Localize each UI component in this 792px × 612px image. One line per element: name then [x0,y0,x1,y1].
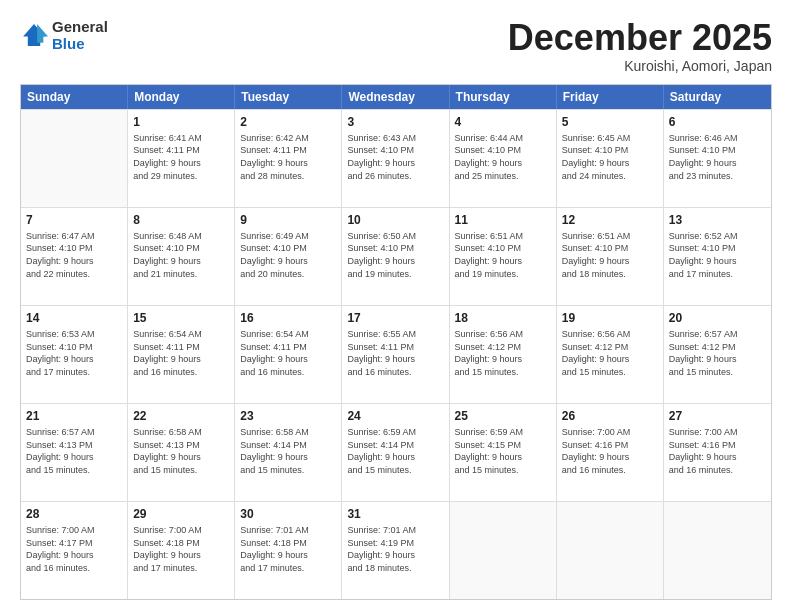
day-number: 14 [26,310,122,326]
day-info: Sunrise: 6:56 AMSunset: 4:12 PMDaylight:… [562,328,658,378]
calendar-week-2: 7Sunrise: 6:47 AMSunset: 4:10 PMDaylight… [21,207,771,305]
day-info: Sunrise: 6:52 AMSunset: 4:10 PMDaylight:… [669,230,766,280]
weekday-header-friday: Friday [557,85,664,109]
day-info: Sunrise: 7:00 AMSunset: 4:18 PMDaylight:… [133,524,229,574]
calendar-week-3: 14Sunrise: 6:53 AMSunset: 4:10 PMDayligh… [21,305,771,403]
calendar-cell [557,502,664,599]
calendar-cell: 9Sunrise: 6:49 AMSunset: 4:10 PMDaylight… [235,208,342,305]
day-info: Sunrise: 7:01 AMSunset: 4:18 PMDaylight:… [240,524,336,574]
calendar-cell: 17Sunrise: 6:55 AMSunset: 4:11 PMDayligh… [342,306,449,403]
weekday-header-sunday: Sunday [21,85,128,109]
calendar-cell: 1Sunrise: 6:41 AMSunset: 4:11 PMDaylight… [128,110,235,207]
day-number: 9 [240,212,336,228]
day-number: 11 [455,212,551,228]
calendar-header: SundayMondayTuesdayWednesdayThursdayFrid… [21,85,771,109]
day-number: 4 [455,114,551,130]
calendar-cell: 26Sunrise: 7:00 AMSunset: 4:16 PMDayligh… [557,404,664,501]
day-info: Sunrise: 6:54 AMSunset: 4:11 PMDaylight:… [240,328,336,378]
calendar-week-4: 21Sunrise: 6:57 AMSunset: 4:13 PMDayligh… [21,403,771,501]
day-info: Sunrise: 6:44 AMSunset: 4:10 PMDaylight:… [455,132,551,182]
calendar-cell: 10Sunrise: 6:50 AMSunset: 4:10 PMDayligh… [342,208,449,305]
day-info: Sunrise: 6:55 AMSunset: 4:11 PMDaylight:… [347,328,443,378]
logo-general: General [52,18,108,35]
location-subtitle: Kuroishi, Aomori, Japan [508,58,772,74]
calendar-cell: 2Sunrise: 6:42 AMSunset: 4:11 PMDaylight… [235,110,342,207]
weekday-header-saturday: Saturday [664,85,771,109]
calendar-cell: 8Sunrise: 6:48 AMSunset: 4:10 PMDaylight… [128,208,235,305]
calendar-cell: 14Sunrise: 6:53 AMSunset: 4:10 PMDayligh… [21,306,128,403]
day-info: Sunrise: 6:58 AMSunset: 4:13 PMDaylight:… [133,426,229,476]
day-info: Sunrise: 6:51 AMSunset: 4:10 PMDaylight:… [455,230,551,280]
calendar-body: 1Sunrise: 6:41 AMSunset: 4:11 PMDaylight… [21,109,771,599]
calendar-cell: 6Sunrise: 6:46 AMSunset: 4:10 PMDaylight… [664,110,771,207]
day-info: Sunrise: 6:47 AMSunset: 4:10 PMDaylight:… [26,230,122,280]
calendar-cell: 16Sunrise: 6:54 AMSunset: 4:11 PMDayligh… [235,306,342,403]
day-number: 16 [240,310,336,326]
day-info: Sunrise: 6:57 AMSunset: 4:12 PMDaylight:… [669,328,766,378]
day-number: 31 [347,506,443,522]
day-info: Sunrise: 6:59 AMSunset: 4:14 PMDaylight:… [347,426,443,476]
logo: General Blue [20,18,108,53]
day-number: 7 [26,212,122,228]
day-number: 1 [133,114,229,130]
day-number: 18 [455,310,551,326]
day-number: 3 [347,114,443,130]
day-info: Sunrise: 6:45 AMSunset: 4:10 PMDaylight:… [562,132,658,182]
calendar-cell [450,502,557,599]
calendar-week-1: 1Sunrise: 6:41 AMSunset: 4:11 PMDaylight… [21,109,771,207]
calendar-cell: 27Sunrise: 7:00 AMSunset: 4:16 PMDayligh… [664,404,771,501]
day-number: 22 [133,408,229,424]
calendar-cell [21,110,128,207]
calendar-cell [664,502,771,599]
day-info: Sunrise: 6:50 AMSunset: 4:10 PMDaylight:… [347,230,443,280]
calendar: SundayMondayTuesdayWednesdayThursdayFrid… [20,84,772,600]
logo-icon [20,21,48,49]
day-info: Sunrise: 7:00 AMSunset: 4:16 PMDaylight:… [669,426,766,476]
day-info: Sunrise: 6:43 AMSunset: 4:10 PMDaylight:… [347,132,443,182]
day-number: 29 [133,506,229,522]
month-title: December 2025 [508,18,772,58]
day-info: Sunrise: 7:00 AMSunset: 4:16 PMDaylight:… [562,426,658,476]
calendar-cell: 20Sunrise: 6:57 AMSunset: 4:12 PMDayligh… [664,306,771,403]
day-info: Sunrise: 6:42 AMSunset: 4:11 PMDaylight:… [240,132,336,182]
logo-text: General Blue [52,18,108,53]
calendar-cell: 23Sunrise: 6:58 AMSunset: 4:14 PMDayligh… [235,404,342,501]
day-info: Sunrise: 6:59 AMSunset: 4:15 PMDaylight:… [455,426,551,476]
day-info: Sunrise: 6:41 AMSunset: 4:11 PMDaylight:… [133,132,229,182]
title-block: December 2025 Kuroishi, Aomori, Japan [508,18,772,74]
day-number: 13 [669,212,766,228]
calendar-week-5: 28Sunrise: 7:00 AMSunset: 4:17 PMDayligh… [21,501,771,599]
calendar-cell: 22Sunrise: 6:58 AMSunset: 4:13 PMDayligh… [128,404,235,501]
calendar-cell: 21Sunrise: 6:57 AMSunset: 4:13 PMDayligh… [21,404,128,501]
calendar-cell: 29Sunrise: 7:00 AMSunset: 4:18 PMDayligh… [128,502,235,599]
day-number: 26 [562,408,658,424]
day-number: 25 [455,408,551,424]
day-info: Sunrise: 6:58 AMSunset: 4:14 PMDaylight:… [240,426,336,476]
calendar-cell: 19Sunrise: 6:56 AMSunset: 4:12 PMDayligh… [557,306,664,403]
day-number: 23 [240,408,336,424]
calendar-cell: 4Sunrise: 6:44 AMSunset: 4:10 PMDaylight… [450,110,557,207]
day-info: Sunrise: 6:49 AMSunset: 4:10 PMDaylight:… [240,230,336,280]
day-number: 8 [133,212,229,228]
day-info: Sunrise: 6:53 AMSunset: 4:10 PMDaylight:… [26,328,122,378]
calendar-cell: 12Sunrise: 6:51 AMSunset: 4:10 PMDayligh… [557,208,664,305]
calendar-cell: 13Sunrise: 6:52 AMSunset: 4:10 PMDayligh… [664,208,771,305]
day-number: 6 [669,114,766,130]
header: General Blue December 2025 Kuroishi, Aom… [20,18,772,74]
calendar-cell: 3Sunrise: 6:43 AMSunset: 4:10 PMDaylight… [342,110,449,207]
calendar-cell: 28Sunrise: 7:00 AMSunset: 4:17 PMDayligh… [21,502,128,599]
day-number: 24 [347,408,443,424]
calendar-cell: 18Sunrise: 6:56 AMSunset: 4:12 PMDayligh… [450,306,557,403]
day-number: 12 [562,212,658,228]
day-info: Sunrise: 7:00 AMSunset: 4:17 PMDaylight:… [26,524,122,574]
svg-marker-1 [37,24,48,43]
calendar-cell: 11Sunrise: 6:51 AMSunset: 4:10 PMDayligh… [450,208,557,305]
day-number: 28 [26,506,122,522]
weekday-header-wednesday: Wednesday [342,85,449,109]
day-number: 19 [562,310,658,326]
calendar-cell: 30Sunrise: 7:01 AMSunset: 4:18 PMDayligh… [235,502,342,599]
weekday-header-monday: Monday [128,85,235,109]
calendar-cell: 5Sunrise: 6:45 AMSunset: 4:10 PMDaylight… [557,110,664,207]
day-number: 10 [347,212,443,228]
weekday-header-tuesday: Tuesday [235,85,342,109]
